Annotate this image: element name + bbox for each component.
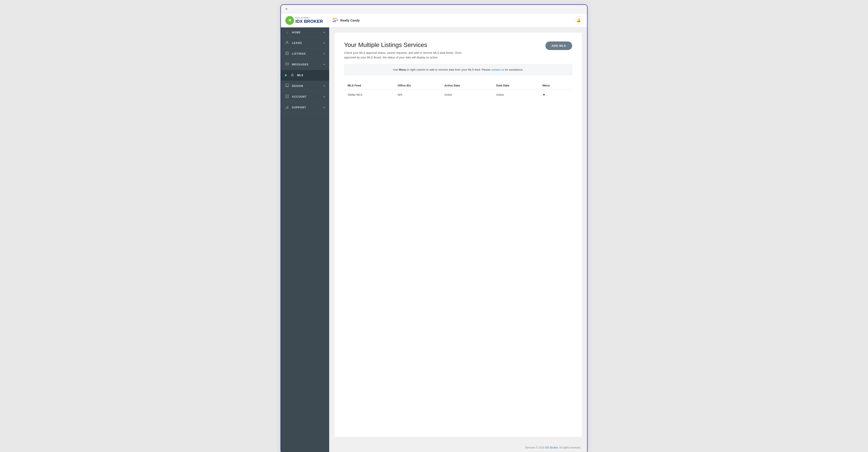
design-svg-icon	[285, 84, 289, 87]
app-layout: ⌂ HOME + LEADS + LISTINGS +	[281, 27, 587, 452]
page-description-line2: approved by your MLS Board, the status o…	[344, 55, 461, 60]
cell-active-data: Active	[441, 89, 493, 100]
col-active-data: Active Data	[441, 82, 493, 90]
page-description-line1: Check your MLS approval status, cancel r…	[344, 51, 461, 55]
design-icon	[285, 84, 289, 88]
sidebar-item-listings[interactable]: LISTINGS +	[281, 49, 329, 59]
listings-svg-icon	[285, 52, 289, 55]
sidebar-listings-label: LISTINGS	[292, 52, 321, 55]
info-banner: Use Menu in right column to add or remov…	[344, 64, 572, 75]
logo-text: ELM STREET IDX BROKER	[296, 17, 323, 24]
sidebar-item-support[interactable]: SUPPORT +	[281, 102, 329, 113]
messages-svg-icon	[285, 62, 289, 66]
sidebar-item-leads[interactable]: LEADS +	[281, 38, 329, 49]
app-header: ✕ ELM STREET IDX BROKER Real	[281, 13, 587, 27]
col-mls-feed: MLS Feed	[344, 82, 394, 90]
leads-icon	[285, 41, 289, 45]
support-icon	[285, 105, 289, 110]
info-banner-pre: Use	[393, 68, 399, 71]
design-plus-icon: +	[323, 84, 325, 88]
svg-point-3	[334, 20, 336, 22]
svg-point-5	[286, 41, 288, 43]
cell-sold-data: Active	[493, 89, 539, 100]
info-banner-menu: Menu	[399, 68, 406, 71]
sidebar-leads-label: LEADS	[292, 41, 321, 44]
info-banner-mid: in right column to add or remove data fr…	[406, 68, 491, 71]
cell-office-ids: N/A	[394, 89, 441, 100]
realty-candy-logo: Realty Candy	[332, 17, 360, 24]
sidebar-messages-label: MESSAGES	[292, 63, 321, 66]
svg-point-11	[292, 74, 293, 75]
logo-circle-icon: ✕	[285, 16, 294, 25]
idx-broker-logo: ✕ ELM STREET IDX BROKER	[285, 16, 323, 25]
svg-point-4	[333, 21, 334, 22]
listings-plus-icon: +	[323, 52, 325, 56]
svg-point-0	[333, 18, 335, 20]
mls-active-dot	[285, 74, 287, 76]
add-mls-button[interactable]: ADD MLS	[546, 41, 572, 50]
svg-rect-12	[285, 84, 288, 86]
page-title: Your Multiple Listings Services	[344, 41, 461, 49]
sidebar-item-mls[interactable]: MLS	[281, 70, 329, 81]
browser-frame: × ✕ ELM STREET IDX BROKER	[280, 4, 588, 452]
page-header-text: Your Multiple Listings Services Check yo…	[344, 41, 461, 60]
content-card: Your Multiple Listings Services Check yo…	[335, 33, 582, 437]
sidebar-home-label: HOME	[292, 31, 321, 34]
account-icon	[285, 95, 289, 99]
page-header: Your Multiple Listings Services Check yo…	[344, 41, 572, 60]
candy-svg-icon	[332, 17, 339, 24]
sidebar-design-label: DESIGN	[292, 85, 321, 88]
home-plus-icon: +	[323, 30, 325, 34]
sidebar: ⌂ HOME + LEADS + LISTINGS +	[281, 27, 329, 452]
idx-broker-label: IDX BROKER	[296, 19, 323, 24]
table-header: MLS Feed Office IDs Active Data Sold Dat…	[344, 82, 572, 90]
support-svg-icon	[285, 105, 289, 109]
sidebar-support-label: SUPPORT	[292, 106, 321, 109]
sidebar-item-messages[interactable]: MESSAGES +	[281, 59, 329, 70]
svg-point-1	[335, 18, 337, 19]
elm-street-label: ELM STREET	[296, 17, 323, 19]
sidebar-item-home[interactable]: ⌂ HOME +	[281, 27, 329, 38]
realty-candy-text: Realty Candy	[340, 19, 360, 22]
sidebar-item-design[interactable]: DESIGN +	[281, 81, 329, 91]
mls-table: MLS Feed Office IDs Active Data Sold Dat…	[344, 82, 572, 100]
sidebar-item-account[interactable]: ACCOUNT +	[281, 91, 329, 102]
listings-icon	[285, 52, 289, 56]
table-body: Stellar MLS N/A Active Active ▼	[344, 89, 572, 100]
cell-mls-feed: Stellar MLS	[344, 89, 394, 100]
messages-plus-icon: +	[323, 63, 325, 66]
menu-dropdown-arrow[interactable]: ▼	[542, 93, 546, 96]
col-menu: Menu	[539, 82, 572, 90]
mls-icon	[290, 73, 294, 78]
close-button[interactable]: ×	[284, 7, 288, 11]
sidebar-mls-label: MLS	[297, 74, 325, 77]
candy-icon	[332, 17, 339, 24]
footer-idx-link[interactable]: IDX Broker	[545, 446, 558, 449]
leads-plus-icon: +	[323, 41, 325, 45]
table-row: Stellar MLS N/A Active Active ▼	[344, 89, 572, 100]
sidebar-account-label: ACCOUNT	[292, 95, 321, 98]
contact-us-link[interactable]: contact us	[491, 68, 504, 71]
mls-svg-icon	[290, 73, 294, 77]
footer: Services © 2024 IDX Broker. All rights r…	[329, 442, 587, 452]
main-content: Your Multiple Listings Services Check yo…	[329, 27, 587, 452]
info-banner-post: for assistance.	[504, 68, 523, 71]
notification-bell-button[interactable]: 🔔	[575, 17, 583, 24]
account-svg-icon	[285, 95, 289, 98]
cell-menu[interactable]: ▼	[539, 89, 572, 100]
svg-rect-10	[285, 63, 288, 65]
browser-bar: ×	[281, 5, 587, 13]
footer-text: Services © 2024	[525, 446, 545, 449]
leads-svg-icon	[285, 41, 289, 44]
home-icon: ⌂	[285, 30, 289, 34]
col-office-ids: Office IDs	[394, 82, 441, 90]
messages-icon	[285, 62, 289, 67]
account-plus-icon: +	[323, 95, 325, 99]
col-sold-data: Sold Data	[493, 82, 539, 90]
svg-point-2	[337, 20, 338, 21]
support-plus-icon: +	[323, 106, 325, 110]
header-left: ✕ ELM STREET IDX BROKER Real	[285, 16, 360, 25]
footer-text-end: . All rights reserved.	[558, 446, 581, 449]
